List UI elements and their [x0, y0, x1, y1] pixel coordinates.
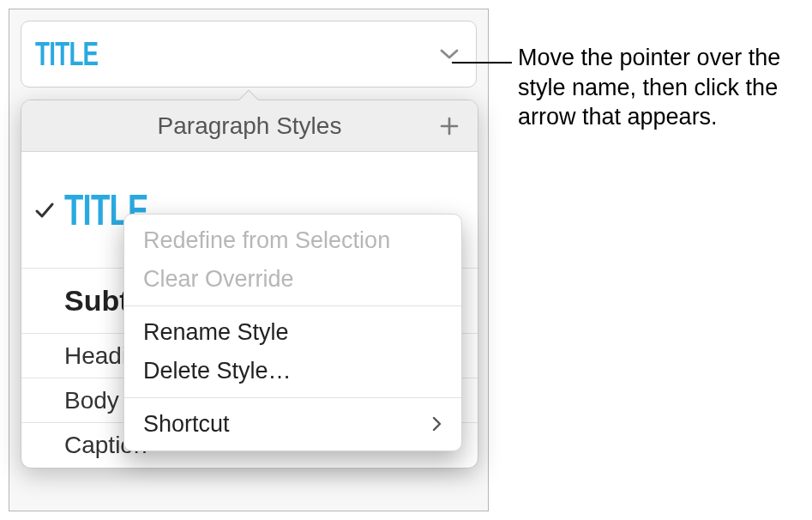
current-style-label: TITLE [35, 38, 98, 70]
popover-title: Paragraph Styles [158, 112, 342, 140]
chevron-right-icon [432, 411, 442, 438]
callout-text: Move the pointer over the style name, th… [518, 43, 805, 132]
style-selector-button[interactable]: TITLE [21, 21, 477, 88]
chevron-down-icon [440, 45, 459, 63]
style-context-menu: Redefine from Selection Clear Override R… [123, 214, 462, 451]
popover-caret [237, 88, 261, 100]
style-body-preview: Body [64, 387, 119, 414]
styles-panel: TITLE Paragraph Styles TITLE Su [9, 9, 489, 511]
callout-leader-line [452, 62, 512, 63]
popover-header: Paragraph Styles [21, 100, 478, 152]
menu-clear-override: Clear Override [124, 260, 461, 299]
menu-label: Clear Override [143, 266, 294, 293]
menu-separator [124, 305, 461, 306]
menu-separator [124, 397, 461, 398]
menu-shortcut[interactable]: Shortcut [124, 405, 461, 444]
menu-label: Redefine from Selection [143, 227, 390, 254]
menu-label: Delete Style… [143, 358, 292, 384]
menu-redefine: Redefine from Selection [124, 221, 461, 260]
menu-label: Shortcut [143, 411, 230, 438]
menu-rename-style[interactable]: Rename Style [124, 313, 461, 352]
checkmark-icon [33, 199, 56, 221]
add-style-button[interactable] [436, 113, 462, 139]
menu-label: Rename Style [143, 319, 289, 346]
menu-delete-style[interactable]: Delete Style… [124, 352, 461, 390]
